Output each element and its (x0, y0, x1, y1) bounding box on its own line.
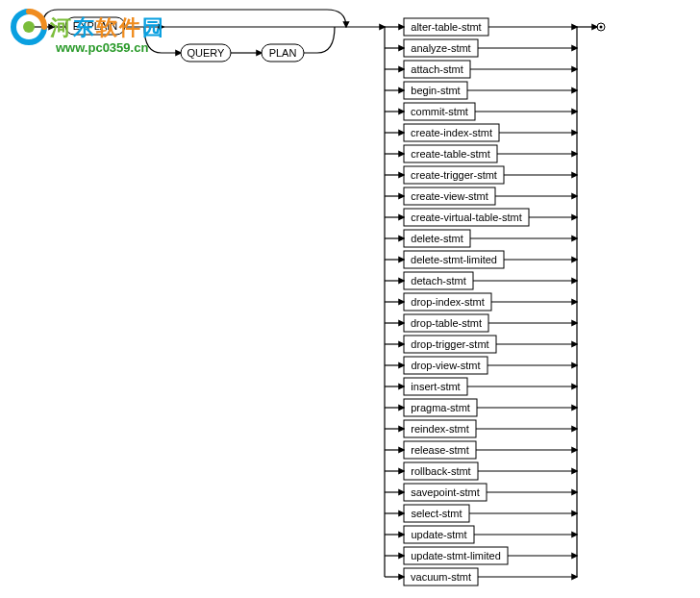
svg-text:drop-trigger-stmt: drop-trigger-stmt (411, 338, 488, 350)
site-name-char-3: 件 (119, 15, 142, 39)
svg-text:savepoint-stmt: savepoint-stmt (411, 486, 480, 498)
svg-text:QUERY: QUERY (188, 47, 226, 59)
svg-text:vacuum-stmt: vacuum-stmt (411, 571, 471, 583)
svg-text:detach-stmt: detach-stmt (411, 275, 465, 287)
svg-text:insert-stmt: insert-stmt (411, 381, 460, 392)
statement-group: alter-table-stmtanalyze-stmtattach-stmtb… (385, 18, 577, 586)
site-name-char-0: 河 (50, 15, 73, 39)
svg-text:create-view-stmt: create-view-stmt (411, 190, 488, 202)
svg-text:delete-stmt-limited: delete-stmt-limited (411, 254, 497, 265)
svg-point-0 (23, 21, 35, 33)
svg-text:update-stmt: update-stmt (411, 529, 466, 540)
site-name-char-2: 软 (96, 15, 119, 39)
svg-text:select-stmt: select-stmt (411, 508, 462, 519)
svg-text:commit-stmt: commit-stmt (411, 106, 468, 117)
svg-text:begin-stmt: begin-stmt (411, 85, 460, 96)
svg-text:rollback-stmt: rollback-stmt (411, 465, 470, 477)
svg-text:drop-view-stmt: drop-view-stmt (411, 360, 480, 371)
svg-text:update-stmt-limited: update-stmt-limited (411, 550, 501, 561)
svg-text:drop-index-stmt: drop-index-stmt (411, 296, 484, 308)
site-name-char-1: 东 (73, 15, 96, 39)
svg-text:create-table-stmt: create-table-stmt (411, 148, 490, 160)
svg-point-4 (600, 26, 603, 29)
site-url: www.pc0359.cn (56, 40, 148, 55)
svg-text:create-virtual-table-stmt: create-virtual-table-stmt (411, 212, 522, 223)
svg-text:drop-table-stmt: drop-table-stmt (411, 317, 482, 329)
svg-text:release-stmt: release-stmt (411, 444, 469, 456)
svg-text:create-index-stmt: create-index-stmt (411, 127, 492, 138)
svg-text:pragma-stmt: pragma-stmt (411, 402, 470, 413)
svg-text:alter-table-stmt: alter-table-stmt (411, 21, 481, 33)
site-logo (10, 8, 48, 46)
svg-text:create-trigger-stmt: create-trigger-stmt (411, 169, 497, 181)
site-name: 河东软件园 (50, 13, 165, 42)
svg-text:reindex-stmt: reindex-stmt (411, 423, 469, 435)
syntax-diagram: EXPLAIN QUERY PLAN alter-table-stmtanaly… (0, 0, 700, 598)
svg-text:analyze-stmt: analyze-stmt (411, 42, 470, 54)
site-name-char-4: 园 (142, 15, 165, 39)
svg-text:attach-stmt: attach-stmt (411, 63, 462, 75)
svg-text:PLAN: PLAN (269, 47, 297, 59)
svg-text:delete-stmt: delete-stmt (411, 233, 462, 244)
